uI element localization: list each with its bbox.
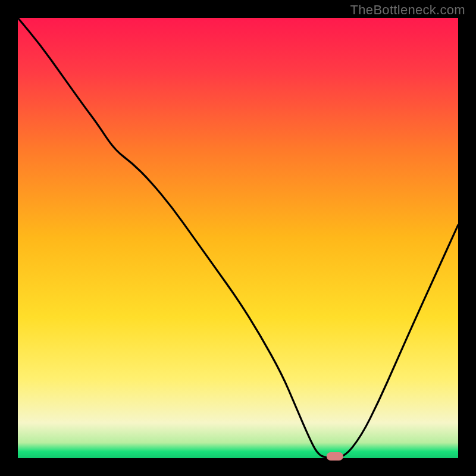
plot-background xyxy=(18,18,458,458)
optimum-marker xyxy=(327,452,343,461)
chart-frame: { "watermark": "TheBottleneck.com", "col… xyxy=(0,0,476,476)
watermark-text: TheBottleneck.com xyxy=(350,2,465,18)
bottleneck-chart xyxy=(0,0,476,476)
